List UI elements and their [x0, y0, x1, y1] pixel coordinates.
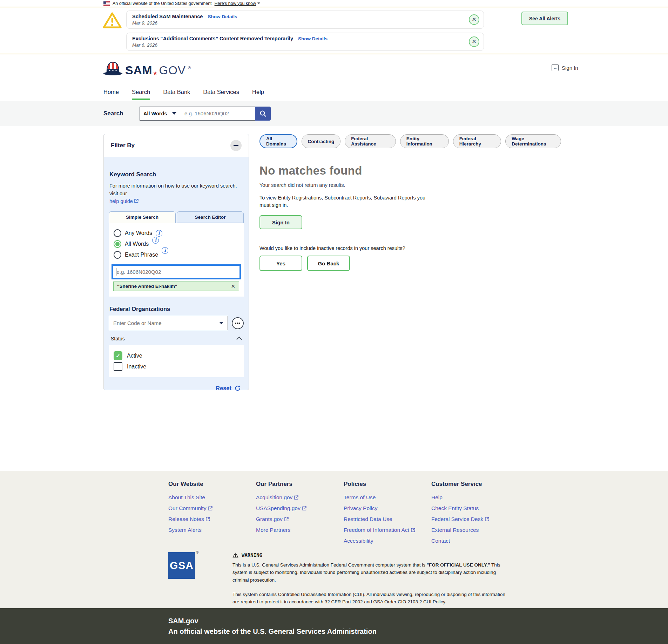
nav-item-data-bank[interactable]: Data Bank [163, 84, 190, 100]
sign-in-button[interactable]: Sign In [259, 215, 302, 229]
domain-tab-federal-assistance[interactable]: Federal Assistance [345, 134, 396, 148]
external-link-icon [411, 528, 415, 532]
checkbox-unchecked-icon [114, 362, 122, 371]
footer-tagline: An official website of the U.S. General … [168, 628, 668, 636]
sign-in-note: To view Entity Registrations, Subcontrac… [259, 194, 435, 209]
footer-link-accessibility[interactable]: Accessibility [344, 538, 431, 544]
radio-icon [114, 229, 121, 237]
domain-tab-contracting[interactable]: Contracting [302, 134, 341, 148]
domain-tab-wage-determinations[interactable]: Wage Determinations [505, 134, 561, 148]
tab-search-editor[interactable]: Search Editor [177, 211, 244, 223]
show-details-link[interactable]: Show Details [298, 36, 328, 41]
filter-by-title: Filter By [111, 142, 135, 149]
footer-heading: Policies [344, 481, 431, 488]
reset-filters[interactable]: Reset [108, 385, 241, 392]
warning-heading: WARNING [232, 552, 513, 558]
footer-link-grants-gov[interactable]: Grants.gov [256, 516, 344, 522]
alert-title: Exclusions “Additional Comments” Content… [132, 36, 293, 41]
domain-tab-entity-information[interactable]: Entity Information [400, 134, 449, 148]
footer-link-acquisition-gov[interactable]: Acquisition.gov [256, 494, 344, 501]
go-back-button[interactable]: Go Back [307, 256, 350, 271]
ellipsis-icon [235, 323, 237, 324]
info-icon[interactable]: i [152, 237, 159, 244]
domain-tab-all-domains[interactable]: All Domains [259, 134, 297, 148]
footer-link-release-notes[interactable]: Release Notes [168, 516, 256, 522]
footer-link-external-resources[interactable]: External Resources [431, 527, 519, 533]
status-section-header[interactable]: Status [111, 336, 242, 341]
sam-gov-logo[interactable]: SAM ★ GOV ® [103, 60, 191, 76]
external-link-icon [294, 495, 298, 500]
footer-link-contact[interactable]: Contact [431, 538, 519, 544]
radio-any-words[interactable]: Any Words i [114, 229, 242, 237]
footer-link-restricted-data-use[interactable]: Restricted Data Use [344, 516, 431, 522]
org-code-select[interactable]: Enter Code or Name [109, 316, 228, 330]
search-mode-select[interactable]: All Words [140, 107, 180, 121]
checkbox-active[interactable]: ✓ Active [114, 351, 239, 360]
footer-link-federal-service-desk[interactable]: Federal Service Desk [431, 516, 519, 522]
collapse-filters-button[interactable] [230, 140, 242, 151]
nav-item-help[interactable]: Help [252, 84, 264, 100]
footer-heading: Our Website [168, 481, 256, 488]
external-link-icon [208, 506, 212, 510]
external-link-icon [284, 517, 289, 521]
domain-tabs: All Domains Contracting Federal Assistan… [259, 134, 561, 148]
footer-link-our-community[interactable]: Our Community [168, 505, 256, 511]
alert-card-exclusions: Exclusions “Additional Comments” Content… [126, 33, 484, 51]
sign-in-link[interactable]: ← Sign In [552, 64, 578, 71]
official-gov-banner: An official website of the United States… [0, 0, 668, 7]
sign-in-arrow-icon: ← [552, 64, 559, 71]
keyword-input[interactable]: e.g. 1606N020Q02 [112, 264, 241, 279]
gsa-logo: GSA ® [168, 552, 195, 579]
radio-icon [114, 251, 121, 259]
footer-col-our-partners: Our Partners Acquisition.gov USASpending… [256, 481, 344, 549]
keyword-tabs: Simple Search Search Editor [109, 211, 244, 223]
alert-date: Mar 9, 2026 [132, 20, 464, 26]
radio-all-words[interactable]: All Words i [114, 240, 242, 248]
chevron-down-icon [257, 2, 260, 4]
identifier-footer: SAM.gov An official website of the U.S. … [0, 608, 668, 644]
tab-simple-search[interactable]: Simple Search [109, 211, 176, 223]
remove-tag-icon[interactable]: ✕ [231, 283, 235, 290]
footer-link-check-entity-status[interactable]: Check Entity Status [431, 505, 519, 511]
alert-date: Mar 6, 2026 [132, 42, 464, 48]
applied-keyword-tag: "Sherine Ahmed El-hakim" ✕ [113, 282, 239, 291]
checkbox-inactive[interactable]: Inactive [114, 362, 239, 371]
footer-link-terms-of-use[interactable]: Terms of Use [344, 494, 431, 501]
footer-link-help[interactable]: Help [431, 494, 519, 501]
org-more-options-button[interactable] [232, 317, 244, 329]
yes-button[interactable]: Yes [259, 256, 302, 271]
radio-exact-phrase[interactable]: Exact Phrase i [114, 251, 242, 259]
footer-link-system-alerts[interactable]: System Alerts [168, 527, 256, 533]
nav-item-home[interactable]: Home [103, 84, 119, 100]
filter-panel-body: Keyword Search For more information on h… [104, 157, 249, 392]
alert-card-maintenance: Scheduled SAM Maintenance Show Details M… [126, 11, 484, 29]
filter-panel: Filter By Keyword Search For more inform… [103, 134, 249, 390]
footer-link-foia[interactable]: Freedom of Information Act [344, 527, 431, 533]
see-all-alerts-button[interactable]: See All Alerts [521, 12, 568, 25]
filter-panel-header: Filter By [104, 134, 249, 157]
info-icon[interactable]: i [162, 247, 168, 254]
domain-tab-federal-hierarchy[interactable]: Federal Hierarchy [453, 134, 501, 148]
federal-organizations-row: Enter Code or Name [109, 316, 244, 330]
external-link-icon [302, 506, 306, 510]
close-icon[interactable]: ✕ [469, 14, 479, 25]
info-icon[interactable]: i [156, 230, 162, 237]
reset-icon [234, 385, 241, 392]
footer-brand: SAM.gov [168, 617, 668, 625]
footer-link-more-partners[interactable]: More Partners [256, 527, 344, 533]
external-link-icon [206, 517, 210, 521]
search-submit-button[interactable] [255, 107, 271, 121]
help-guide-link[interactable]: help guide [109, 198, 139, 204]
footer-link-about-this-site[interactable]: About This Site [168, 494, 256, 501]
footer-link-privacy-policy[interactable]: Privacy Policy [344, 505, 431, 511]
footer-col-our-website: Our Website About This Site Our Communit… [168, 481, 256, 549]
nav-item-search[interactable]: Search [132, 84, 150, 100]
close-icon[interactable]: ✕ [469, 36, 479, 47]
show-details-link[interactable]: Show Details [208, 14, 237, 19]
search-icon [259, 110, 267, 117]
footer-link-usaspending-gov[interactable]: USASpending.gov [256, 505, 344, 511]
nav-item-data-services[interactable]: Data Services [203, 84, 239, 100]
heres-how-you-know-link[interactable]: Here's how you know [215, 1, 260, 6]
keyword-search-heading: Keyword Search [109, 171, 243, 178]
search-input[interactable] [180, 107, 255, 121]
